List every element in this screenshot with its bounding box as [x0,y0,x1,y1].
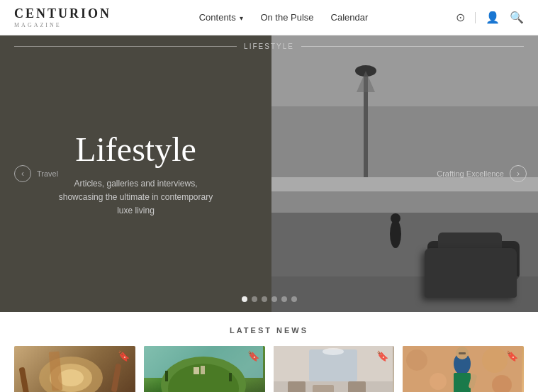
contents-arrow-icon: ▾ [240,14,243,22]
svg-point-13 [499,275,509,285]
next-button[interactable]: › [510,165,527,182]
svg-point-15 [390,220,401,248]
hero-slider: LIFESTYLE ‹ Travel Lifestyle Articles, g… [0,35,538,312]
bookmark-icon-2[interactable]: 🔖 [247,350,259,362]
hero-right-panel: Crafting Excellence › [271,35,538,312]
next-slide-label[interactable]: Crafting Excellence › [437,165,527,182]
svg-point-39 [406,349,427,371]
svg-point-12 [494,270,514,290]
dot-6[interactable] [291,296,297,302]
prev-button[interactable]: ‹ [14,165,31,182]
svg-rect-45 [454,373,471,392]
site-header: CENTURION MAGAZINE Contents ▾ On the Pul… [0,0,538,35]
svg-rect-14 [271,276,538,312]
header-icons-group: ⊙ 👤 🔍 [456,11,524,24]
news-card-4[interactable]: 🔖 [403,346,524,392]
dot-2[interactable] [252,296,257,302]
svg-rect-21 [111,364,122,392]
logo-title: CENTURION [14,6,111,21]
dot-4[interactable] [271,296,277,302]
prev-slide-label[interactable]: ‹ Travel [14,165,58,182]
svg-rect-25 [165,371,168,381]
svg-point-16 [391,213,400,223]
logo-subtitle: MAGAZINE [14,22,62,28]
search-icon[interactable]: 🔍 [510,11,524,24]
user-icon[interactable]: 👤 [486,11,500,24]
bookmark-icon-1[interactable]: 🔖 [118,350,130,362]
nav-contents[interactable]: Contents ▾ [199,12,244,23]
news-card-2[interactable]: 🔖 [144,346,265,392]
latest-news-title: LATEST NEWS [14,326,524,335]
hero-center-content: Lifestyle Articles, galleries and interv… [30,130,242,218]
svg-point-40 [430,373,447,390]
svg-point-10 [435,270,455,290]
hero-line-right [301,46,524,47]
hero-line-left [14,46,237,47]
logo[interactable]: CENTURION MAGAZINE [14,6,111,28]
news-card-3[interactable]: 🔖 [274,346,395,392]
nav-calendar[interactable]: Calendar [331,12,369,23]
svg-rect-47 [459,352,466,354]
svg-rect-20 [19,367,30,392]
svg-rect-34 [313,385,334,392]
svg-point-11 [440,275,450,285]
hero-title: Lifestyle [51,130,221,169]
hero-top-bar: LIFESTYLE [0,35,538,57]
hero-category-label: LIFESTYLE [244,43,294,50]
dot-1[interactable] [242,296,247,302]
svg-point-37 [323,348,344,355]
location-icon[interactable]: ⊙ [456,11,465,24]
dot-3[interactable] [262,296,267,302]
news-card-1[interactable]: 🔖 [14,346,135,392]
bookmark-icon-3[interactable]: 🔖 [376,350,388,362]
svg-rect-27 [194,367,199,374]
bookmark-icon-4[interactable]: 🔖 [506,350,518,362]
svg-rect-9 [438,233,502,252]
svg-point-19 [58,369,84,386]
hero-description: Articles, galleries and interviews, show… [51,177,221,218]
hero-dots [242,296,297,302]
svg-rect-35 [348,381,366,392]
news-grid: 🔖 🔖 [14,346,524,392]
nav-on-the-pulse[interactable]: On the Pulse [260,12,313,23]
svg-rect-28 [201,366,205,374]
svg-point-41 [482,347,508,373]
dot-5[interactable] [281,296,287,302]
hero-left-panel: ‹ Travel Lifestyle Articles, galleries a… [0,35,271,312]
main-nav: Contents ▾ On the Pulse Calendar [199,12,369,23]
latest-news-section: LATEST NEWS 🔖 [0,312,538,392]
svg-rect-26 [229,373,232,381]
svg-rect-33 [288,381,306,392]
icon-divider [475,12,476,23]
